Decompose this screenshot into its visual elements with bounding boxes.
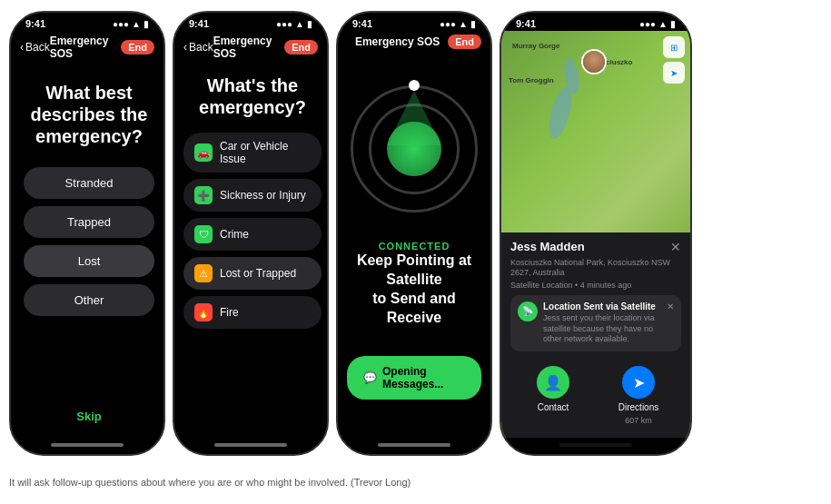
- back-button-2[interactable]: ‹ Back: [183, 41, 213, 54]
- phone2-option-list: 🚗 Car or Vehicle Issue ➕ Sickness or Inj…: [183, 133, 322, 329]
- nav-title-1: Emergency SOS: [50, 35, 122, 60]
- status-time-4: 9:41: [516, 18, 536, 29]
- end-button-1[interactable]: End: [121, 40, 154, 54]
- info-address: Kosciuszko National Park, Kosciuszko NSW…: [510, 258, 681, 279]
- option-crime[interactable]: 🛡 Crime: [183, 218, 322, 251]
- home-indicator-3: [378, 443, 450, 447]
- connected-text: Keep Pointing at Satelliteto Send and Re…: [347, 252, 481, 327]
- user-avatar: [581, 49, 607, 74]
- directions-icon: ➤: [622, 366, 655, 399]
- caption-text: It will ask follow-up questions about wh…: [9, 477, 411, 488]
- nav-title-2: Emergency SOS: [213, 35, 285, 60]
- signal-icon-4: ●●●: [639, 19, 656, 29]
- sickness-label: Sickness or Injury: [220, 189, 306, 202]
- phone-4: 9:41 ●●● ▲ ▮ Murray Gorge Tom Groggin Ko…: [500, 11, 692, 456]
- satellite-visualization: [351, 85, 478, 212]
- status-icons-1: ●●● ▲ ▮: [113, 19, 149, 29]
- connected-label: CONNECTED: [347, 241, 481, 252]
- signal-icon-2: ●●●: [276, 19, 292, 29]
- phone1-question: What best describes the emergency?: [24, 82, 154, 147]
- skip-button[interactable]: Skip: [76, 410, 101, 423]
- info-time: Satellite Location • 4 minutes ago: [510, 281, 681, 290]
- contact-icon: 👤: [537, 366, 569, 399]
- medical-icon: ➕: [194, 186, 213, 204]
- map-label-murray-gorge: Murray Gorge: [512, 42, 559, 50]
- caption: It will ask follow-up questions about wh…: [0, 472, 831, 489]
- satellite-notif-title: Location Sent via Satellite: [543, 301, 661, 311]
- status-bar-1: 9:41 ●●● ▲ ▮: [11, 13, 163, 31]
- status-icons-3: ●●● ▲ ▮: [440, 19, 476, 29]
- map-label-tom-groggin: Tom Groggin: [509, 76, 554, 84]
- option-other[interactable]: Other: [24, 284, 154, 316]
- option-fire[interactable]: 🔥 Fire: [183, 296, 322, 329]
- info-header: Jess Madden ✕: [510, 240, 681, 254]
- phone-1: 9:41 ●●● ▲ ▮ ‹ Back Emergency SOS End Wh…: [9, 11, 165, 456]
- back-button-1[interactable]: ‹ Back: [20, 41, 50, 54]
- option-lost[interactable]: Lost: [24, 245, 154, 277]
- opening-messages-label: Opening Messages...: [382, 365, 465, 390]
- satellite-notification: 📡 Location Sent via Satellite Jess sent …: [510, 295, 681, 351]
- phone2-question: What's the emergency?: [183, 74, 322, 118]
- option-stranded[interactable]: Stranded: [24, 167, 154, 199]
- signal-icon-3: ●●●: [440, 19, 456, 29]
- map-location-icon[interactable]: ➤: [663, 62, 685, 84]
- lost-icon: ⚠: [194, 264, 213, 282]
- status-bar-2: 9:41 ●●● ▲ ▮: [174, 13, 327, 31]
- option-sickness[interactable]: ➕ Sickness or Injury: [183, 179, 322, 212]
- nav-bar-1: ‹ Back Emergency SOS End: [11, 31, 163, 64]
- end-button-2[interactable]: End: [284, 40, 318, 54]
- status-time-2: 9:41: [189, 18, 209, 29]
- directions-label: Directions: [618, 402, 658, 412]
- status-time-1: 9:41: [25, 18, 45, 29]
- option-lost-trapped[interactable]: ⚠ Lost or Trapped: [183, 257, 322, 290]
- contact-button[interactable]: 👤 Contact: [510, 366, 596, 425]
- opening-messages-btn[interactable]: 💬 Opening Messages...: [347, 356, 481, 400]
- fire-label: Fire: [220, 306, 239, 319]
- phone1-option-list: Stranded Trapped Lost Other: [24, 167, 154, 316]
- map-layers-icon[interactable]: ⊞: [663, 36, 685, 58]
- satellite-beam: [387, 91, 441, 145]
- battery-icon-2: ▮: [307, 19, 312, 29]
- car-icon: 🚗: [194, 143, 213, 162]
- home-indicator-1: [51, 443, 124, 447]
- info-close-btn[interactable]: ✕: [670, 240, 681, 254]
- nav-bar-2: ‹ Back Emergency SOS End: [174, 31, 327, 64]
- directions-button[interactable]: ➤ Directions 607 km: [596, 366, 681, 425]
- satellite-notif-desc: Jess sent you their location via satelli…: [543, 313, 661, 345]
- status-bar-3: 9:41 ●●● ▲ ▮: [338, 13, 490, 31]
- option-trapped[interactable]: Trapped: [24, 206, 154, 238]
- map-area[interactable]: Murray Gorge Tom Groggin Kosciuszko ⊞ ➤ …: [501, 31, 690, 438]
- car-label: Car or Vehicle Issue: [220, 140, 311, 165]
- option-car[interactable]: 🚗 Car or Vehicle Issue: [183, 133, 322, 173]
- action-row: 👤 Contact ➤ Directions 607 km: [510, 359, 681, 430]
- avatar-image: [583, 51, 605, 73]
- phone2-content: What's the emergency? 🚗 Car or Vehicle I…: [174, 64, 327, 438]
- status-time-3: 9:41: [352, 18, 372, 29]
- directions-distance: 607 km: [625, 416, 652, 425]
- phone-3: 9:41 ●●● ▲ ▮ Emergency SOS End: [336, 11, 492, 456]
- battery-icon: ▮: [143, 19, 149, 29]
- nav-bar-3: Emergency SOS End: [338, 31, 490, 53]
- fire-icon: 🔥: [194, 303, 213, 321]
- status-icons-2: ●●● ▲ ▮: [276, 19, 312, 29]
- end-button-3[interactable]: End: [448, 35, 481, 49]
- wifi-icon-2: ▲: [295, 19, 304, 29]
- connected-info: CONNECTED Keep Pointing at Satelliteto S…: [347, 241, 481, 327]
- lost-trapped-label: Lost or Trapped: [220, 267, 296, 280]
- home-indicator-4: [559, 443, 632, 447]
- phone1-content: What best describes the emergency? Stran…: [11, 64, 163, 438]
- contact-label: Contact: [538, 402, 569, 412]
- info-name: Jess Madden: [510, 240, 585, 253]
- satellite-notif-text: Location Sent via Satellite Jess sent yo…: [543, 301, 661, 345]
- battery-icon-3: ▮: [470, 19, 476, 29]
- wifi-icon-3: ▲: [459, 19, 468, 29]
- map-nav-icons: ⊞ ➤: [663, 36, 685, 84]
- status-bar-4: 9:41 ●●● ▲ ▮: [501, 13, 690, 31]
- nav-title-3: Emergency SOS: [355, 35, 440, 48]
- notif-close-btn[interactable]: ✕: [667, 301, 674, 311]
- wifi-icon-4: ▲: [658, 19, 668, 29]
- info-panel: Jess Madden ✕ Kosciuszko National Park, …: [501, 232, 690, 438]
- satellite-dot: [409, 80, 420, 91]
- wifi-icon: ▲: [132, 19, 141, 29]
- phone3-content: CONNECTED Keep Pointing at Satelliteto S…: [338, 53, 490, 438]
